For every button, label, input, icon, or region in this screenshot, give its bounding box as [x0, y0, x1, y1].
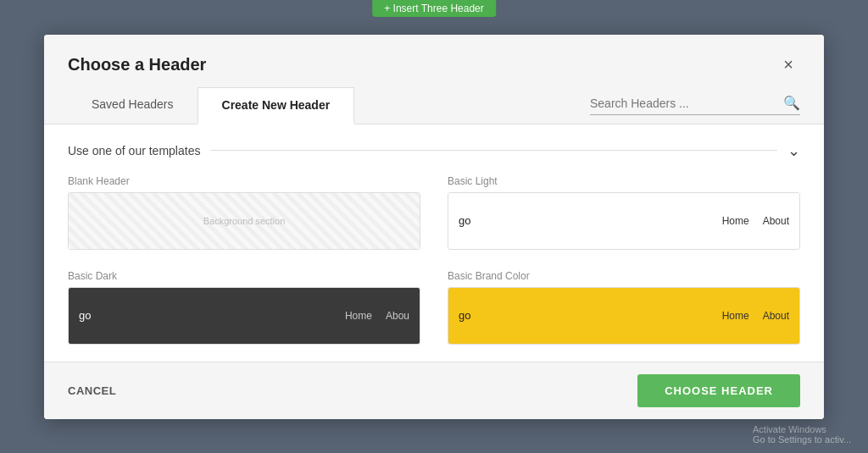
search-icon: 🔍 [783, 95, 800, 111]
template-light-label: Basic Light [448, 175, 800, 187]
light-nav-home: Home [722, 215, 749, 227]
blank-bg: Background section [69, 193, 420, 249]
dark-logo: go [79, 309, 91, 322]
template-basic-brand: Basic Brand Color go Home About [448, 270, 800, 345]
brand-bg: go Home About [448, 288, 799, 344]
template-blank-preview[interactable]: Background section [68, 192, 420, 250]
template-dark-label: Basic Dark [68, 270, 420, 282]
chevron-down-icon[interactable]: ⌄ [787, 141, 800, 160]
templates-divider [210, 150, 777, 151]
search-wrapper: 🔍 [590, 95, 800, 115]
template-brand-preview[interactable]: go Home About [448, 287, 800, 345]
templates-label: Use one of our templates [68, 144, 200, 157]
template-brand-label: Basic Brand Color [448, 270, 800, 282]
template-basic-dark: Basic Dark go Home Abou [68, 270, 420, 345]
dark-nav-about: Abou [386, 310, 409, 322]
tabs-container: Saved Headers Create New Header [68, 87, 354, 124]
templates-grid: Blank Header Background section Basic Li… [68, 175, 800, 345]
cancel-button[interactable]: CANCEL [68, 384, 116, 397]
light-logo: go [459, 214, 470, 227]
blank-preview-text: Background section [203, 216, 286, 226]
tabs-row: Saved Headers Create New Header 🔍 [44, 87, 824, 124]
modal-header: Choose a Header × [44, 35, 824, 87]
top-bar-insert[interactable]: + Insert Three Header [372, 0, 496, 17]
search-input[interactable] [590, 97, 776, 110]
dark-bg: go Home Abou [69, 288, 420, 344]
brand-nav-about: About [763, 310, 789, 322]
dark-nav-home: Home [345, 310, 372, 322]
template-blank-label: Blank Header [68, 175, 420, 187]
brand-nav-home: Home [722, 310, 749, 322]
modal-body: Use one of our templates ⌄ Blank Header … [44, 124, 824, 362]
light-nav-about: About [763, 215, 789, 227]
light-bg: go Home About [448, 193, 799, 249]
template-light-preview[interactable]: go Home About [448, 192, 800, 250]
tab-saved-headers[interactable]: Saved Headers [68, 87, 198, 124]
templates-header: Use one of our templates ⌄ [68, 141, 800, 160]
tab-create-new-header[interactable]: Create New Header [198, 87, 355, 124]
modal-title: Choose a Header [68, 55, 206, 75]
brand-nav: Home About [722, 310, 789, 322]
choose-header-button[interactable]: CHOOSE HEADER [637, 374, 800, 407]
template-basic-light: Basic Light go Home About [448, 175, 800, 250]
windows-activation-hint: Activate WindowsGo to Settings to activ.… [753, 424, 851, 445]
dark-nav: Home Abou [345, 310, 409, 322]
close-button[interactable]: × [776, 53, 800, 77]
modal-dialog: Choose a Header × Saved Headers Create N… [44, 35, 824, 419]
template-blank: Blank Header Background section [68, 175, 420, 250]
brand-logo: go [459, 309, 470, 322]
template-dark-preview[interactable]: go Home Abou [68, 287, 420, 345]
light-nav: Home About [722, 215, 789, 227]
modal-footer: CANCEL CHOOSE HEADER [44, 362, 824, 419]
